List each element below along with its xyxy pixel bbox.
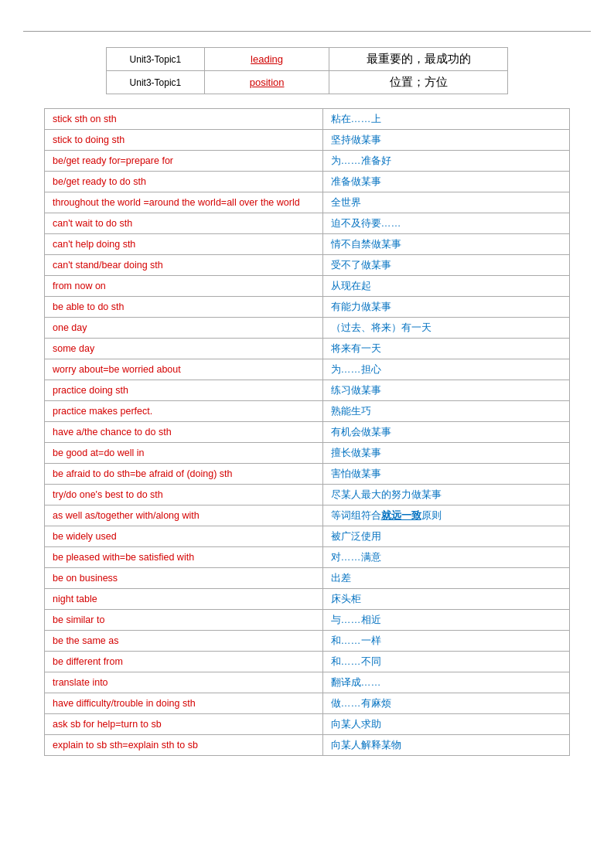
row-zh-10: （过去、将来）有一天: [322, 318, 570, 339]
row-zh-23: 床头柜: [322, 589, 570, 610]
header-table: Unit3-Topic1leading最重要的，最成功的Unit3-Topic1…: [106, 47, 508, 94]
top-divider: [23, 31, 591, 32]
row-en-28: have difficulty/trouble in doing sth: [45, 693, 323, 714]
row-zh-27: 翻译成……: [322, 672, 570, 693]
row-en-0: stick sth on sth: [45, 109, 323, 130]
header-zh-0: 最重要的，最成功的: [329, 48, 508, 71]
row-zh-28: 做……有麻烦: [322, 693, 570, 714]
row-en-23: night table: [45, 589, 323, 610]
main-vocab-table: stick sth on sth粘在……上stick to doing sth坚…: [44, 108, 570, 756]
row-zh-3: 准备做某事: [322, 172, 570, 192]
header-word-1: position: [204, 71, 329, 94]
row-zh-26: 和……不同: [322, 652, 570, 672]
row-zh-24: 与……相近: [322, 610, 570, 631]
row-en-9: be able to do sth: [45, 297, 323, 318]
row-zh-4: 全世界: [322, 192, 570, 213]
row-en-25: be the same as: [45, 631, 323, 652]
row-en-10: one day: [45, 318, 323, 339]
row-en-11: some day: [45, 339, 323, 359]
row-zh-0: 粘在……上: [322, 109, 570, 130]
row-en-16: be good at=do well in: [45, 443, 323, 464]
row-en-18: try/do one's best to do sth: [45, 485, 323, 505]
header-unit-0: Unit3-Topic1: [107, 48, 205, 71]
row-en-30: explain to sb sth=explain sth to sb: [45, 735, 323, 756]
row-zh-20: 被广泛使用: [322, 526, 570, 547]
row-en-3: be/get ready to do sth: [45, 172, 323, 192]
row-en-24: be similar to: [45, 610, 323, 631]
row-en-17: be afraid to do sth=be afraid of (doing)…: [45, 464, 323, 485]
row-en-21: be pleased with=be satisfied with: [45, 547, 323, 568]
row-en-27: translate into: [45, 672, 323, 693]
row-en-19: as well as/together with/along with: [45, 505, 323, 526]
row-zh-19: 等词组符合就远一致原则: [322, 505, 570, 526]
row-en-5: can't wait to do sth: [45, 213, 323, 234]
row-en-4: throughout the world =around the world=a…: [45, 192, 323, 213]
row-en-22: be on business: [45, 568, 323, 589]
row-zh-8: 从现在起: [322, 276, 570, 297]
header-unit-1: Unit3-Topic1: [107, 71, 205, 94]
row-zh-30: 向某人解释某物: [322, 735, 570, 756]
row-zh-16: 擅长做某事: [322, 443, 570, 464]
row-zh-29: 向某人求助: [322, 714, 570, 735]
row-en-12: worry about=be worried about: [45, 359, 323, 380]
row-zh-7: 受不了做某事: [322, 255, 570, 276]
row-zh-9: 有能力做某事: [322, 297, 570, 318]
row-zh-18: 尽某人最大的努力做某事: [322, 485, 570, 505]
row-zh-14: 熟能生巧: [322, 401, 570, 422]
row-zh-13: 练习做某事: [322, 380, 570, 401]
row-zh-25: 和……一样: [322, 631, 570, 652]
row-zh-22: 出差: [322, 568, 570, 589]
row-zh-15: 有机会做某事: [322, 422, 570, 443]
row-zh-21: 对……满意: [322, 547, 570, 568]
row-zh-5: 迫不及待要……: [322, 213, 570, 234]
row-zh-17: 害怕做某事: [322, 464, 570, 485]
header-zh-1: 位置；方位: [329, 71, 508, 94]
row-en-20: be widely used: [45, 526, 323, 547]
row-zh-11: 将来有一天: [322, 339, 570, 359]
row-en-7: can't stand/bear doing sth: [45, 255, 323, 276]
row-en-26: be different from: [45, 652, 323, 672]
row-zh-6: 情不自禁做某事: [322, 234, 570, 255]
row-en-6: can't help doing sth: [45, 234, 323, 255]
header-word-0: leading: [204, 48, 329, 71]
row-en-15: have a/the chance to do sth: [45, 422, 323, 443]
row-en-13: practice doing sth: [45, 380, 323, 401]
row-zh-1: 坚持做某事: [322, 130, 570, 151]
row-zh-12: 为……担心: [322, 359, 570, 380]
row-zh-2: 为……准备好: [322, 151, 570, 172]
row-en-1: stick to doing sth: [45, 130, 323, 151]
row-en-29: ask sb for help=turn to sb: [45, 714, 323, 735]
row-en-2: be/get ready for=prepare for: [45, 151, 323, 172]
row-en-8: from now on: [45, 276, 323, 297]
row-en-14: practice makes perfect.: [45, 401, 323, 422]
